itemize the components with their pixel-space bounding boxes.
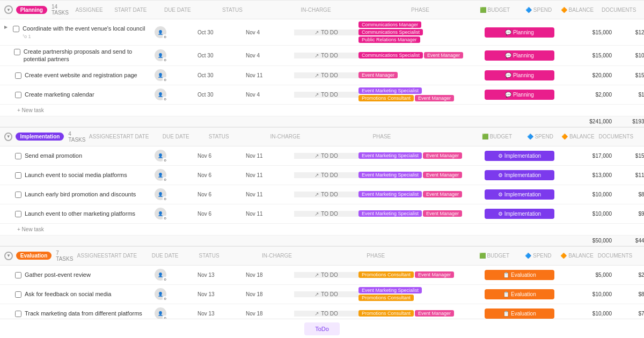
status-badge[interactable]: ↗ TO DO xyxy=(314,311,338,317)
status-badge[interactable]: ↗ TO DO xyxy=(314,30,338,35)
task-checkbox[interactable] xyxy=(15,153,21,159)
start-date: Nov 13 xyxy=(197,272,246,278)
task-name: Create partnership proposals and send to… xyxy=(24,48,155,63)
in-charge-cell: Communications Specialist Event Manager xyxy=(358,52,466,58)
due-date: Nov 11 xyxy=(246,172,294,178)
budget-cell: $15,000 xyxy=(573,53,616,58)
implementation-collapse-btn[interactable]: ▼ xyxy=(4,133,12,141)
phase-badge: ⚙ Implementation xyxy=(485,151,554,161)
status-cell: ↗ TO DO xyxy=(294,311,358,317)
status-badge[interactable]: ↗ TO DO xyxy=(314,291,338,297)
charge-tag: Event Manager xyxy=(415,95,454,101)
status-cell: ↗ TO DO xyxy=(294,153,358,159)
add-task-planning[interactable]: + New task xyxy=(0,105,644,116)
task-name: Create marketing calendar xyxy=(25,91,94,98)
task-name: Coordinate with the event venue's local … xyxy=(23,25,145,40)
avatar: 👤⚙ xyxy=(155,288,166,300)
assignee-cell: 👤⚙ xyxy=(155,269,197,281)
assignee-cell: 👤⚙ xyxy=(155,169,197,181)
status-badge[interactable]: ↗ TO DO xyxy=(314,53,338,58)
task-name: Track marketing data from different plat… xyxy=(25,310,142,317)
budget-cell: $13,000 xyxy=(573,172,616,178)
task-checkbox[interactable] xyxy=(15,272,21,278)
task-name-cell: Track marketing data from different plat… xyxy=(4,310,155,317)
task-checkbox[interactable] xyxy=(15,311,21,317)
avatar: 👤⚙ xyxy=(155,188,166,200)
due-date: Nov 4 xyxy=(246,92,294,98)
status-cell: ↗ TO DO xyxy=(294,72,358,78)
evaluation-collapse-btn[interactable]: ▼ xyxy=(4,252,13,260)
evaluation-tag: Evaluation xyxy=(16,252,52,260)
spend-cell: $7,429 xyxy=(616,311,644,317)
task-checkbox[interactable] xyxy=(15,291,21,298)
task-checkbox[interactable] xyxy=(14,49,20,55)
task-name: Launch early bird promotion and discount… xyxy=(25,190,136,198)
task-name-cell: Create partnership proposals and send to… xyxy=(4,48,155,63)
task-name-cell: Launch event to social media platforms xyxy=(4,171,155,179)
task-checkbox[interactable] xyxy=(15,92,21,98)
assignee-cell: 👤⚙ xyxy=(155,89,197,100)
table-row: Launch event to social media platforms 👤… xyxy=(0,166,644,185)
assignee-cell: 👤⚙ xyxy=(155,188,197,200)
planning-section: ▼ Planning 14 TASKS ASSIGNEE START DATE … xyxy=(0,0,644,127)
task-name-cell: Launch event to other marketing platform… xyxy=(4,210,155,217)
planning-col-balance: 🔶 BALANCE xyxy=(556,7,598,13)
phase-badge: 📋 Evaluation xyxy=(485,289,554,299)
assignee-cell: 👤⚙ xyxy=(155,69,197,81)
charge-tag: Promotions Consultant xyxy=(358,95,414,101)
status-badge[interactable]: ↗ TO DO xyxy=(314,192,338,197)
assignee-cell: 👤⚙ xyxy=(155,208,197,219)
charge-tag: Event Manager xyxy=(358,72,398,78)
task-checkbox[interactable] xyxy=(15,172,21,179)
impl-total-budget: $50,000 xyxy=(573,238,616,244)
avatar: 👤⚙ xyxy=(155,150,166,161)
task-checkbox[interactable] xyxy=(15,211,21,217)
expand-icon[interactable]: ▶ xyxy=(4,25,8,30)
status-badge[interactable]: ↗ TO DO xyxy=(314,272,338,278)
assignee-cell: 👤⚙ xyxy=(155,26,197,38)
in-charge-cell: Event Marketing Specialist Event Manager xyxy=(358,172,466,178)
in-charge-cell: Event Marketing Specialist Event Manager xyxy=(358,210,466,217)
status-badge[interactable]: ↗ TO DO xyxy=(314,211,338,217)
status-cell: ↗ TO DO xyxy=(294,272,358,278)
status-badge[interactable]: ↗ TO DO xyxy=(314,153,338,159)
due-date: Nov 4 xyxy=(246,30,294,35)
avatar: 👤⚙ xyxy=(155,307,166,319)
task-name-cell: Ask for feedback on social media xyxy=(4,290,155,298)
tab-todo[interactable]: ToDo xyxy=(304,322,340,335)
in-charge-cell: Event Marketing Specialist Event Manager xyxy=(358,152,466,159)
phase-badge: ⚙ Implementation xyxy=(485,170,554,180)
eval-col-budget: 🟩 BUDGET xyxy=(472,253,514,259)
eval-col-start: START DATE xyxy=(105,253,152,259)
eval-col-status: STATUS xyxy=(199,253,262,259)
add-task-implementation[interactable]: + New task xyxy=(0,224,644,236)
task-checkbox[interactable] xyxy=(15,72,21,79)
task-name-cell: ▶ Coordinate with the event venue's loca… xyxy=(4,25,155,40)
status-badge[interactable]: ↗ TO DO xyxy=(314,72,338,78)
planning-col-incharge: IN-CHARGE xyxy=(264,7,368,13)
status-cell: ↗ TO DO xyxy=(294,92,358,98)
task-checkbox[interactable] xyxy=(15,192,21,198)
table-row: Gather post-event review 👤⚙ Nov 13 Nov 1… xyxy=(0,266,644,285)
budget-cell: $15,000 xyxy=(573,30,616,35)
charge-tag: Event Marketing Specialist xyxy=(358,152,422,159)
planning-total-budget: $241,000 xyxy=(573,119,616,124)
due-date: Nov 4 xyxy=(246,53,294,58)
start-date: Nov 6 xyxy=(197,211,246,217)
planning-collapse-btn[interactable]: ▼ xyxy=(4,5,13,14)
implementation-summary-row: $50,000 $44,096 $5,804 xyxy=(0,236,644,246)
status-badge[interactable]: ↗ TO DO xyxy=(314,172,338,178)
spend-cell: $10,234 xyxy=(616,53,644,58)
phase-badge: 💬 Planning xyxy=(485,50,554,61)
table-row: Create partnership proposals and send to… xyxy=(0,46,644,66)
due-date: Nov 11 xyxy=(246,153,294,159)
status-cell: ↗ TO DO xyxy=(294,53,358,58)
eval-col-spend: 🔷 SPEND xyxy=(514,253,555,259)
planning-col-spend: 🔷 SPEND xyxy=(514,7,556,13)
task-checkbox[interactable] xyxy=(13,26,19,32)
status-badge[interactable]: ↗ TO DO xyxy=(314,92,338,98)
charge-tag: Communications Manager xyxy=(358,21,421,28)
planning-col-docs: DOCUMENTS xyxy=(598,7,640,13)
start-date: Nov 6 xyxy=(197,192,246,197)
phase-badge: 💬 Planning xyxy=(485,70,554,80)
